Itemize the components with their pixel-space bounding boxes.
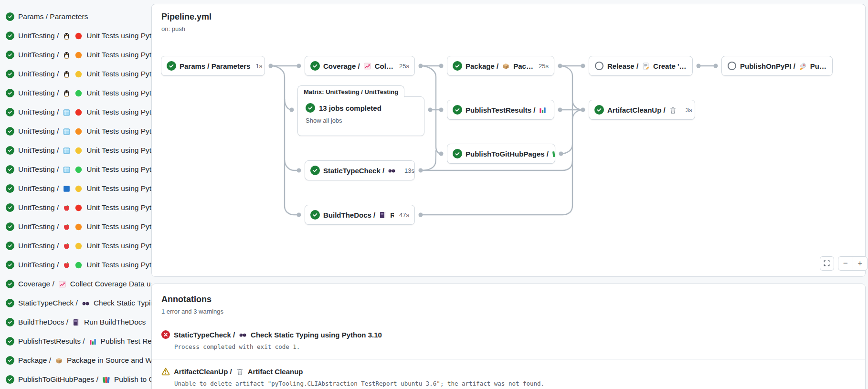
- sidebar-job-item[interactable]: UnitTesting /Unit Tests using Pyth...: [0, 103, 151, 122]
- step-name: Package in Source and Wh...: [67, 356, 151, 365]
- sidebar-job-item[interactable]: PublishTestResults /Publish Test Resu...: [0, 332, 151, 351]
- matrix-jobs-completed: 13 jobs completed: [319, 104, 381, 112]
- sidebar-job-item[interactable]: UnitTesting /Unit Tests using Pyth...: [0, 141, 151, 160]
- check-icon: [6, 375, 14, 384]
- graph-node-package[interactable]: Package /Package in So...25s: [447, 56, 554, 76]
- check-icon: [6, 356, 14, 365]
- annotations-panel: Annotations 1 error and 3 warnings Stati…: [151, 284, 866, 389]
- step-name: Unit Tests using Pyth...: [86, 89, 151, 97]
- matrix-tab[interactable]: Matrix: UnitTesting / UnitTesting: [297, 85, 404, 97]
- job-name: StaticTypeCheck /: [323, 167, 384, 175]
- step-name: Unit Tests using Pyth...: [86, 261, 151, 269]
- step-name: Collect Coverage Data usi...: [70, 280, 151, 288]
- job-name: ArtifactCleanUp /: [174, 368, 232, 376]
- job-name: Release /: [607, 62, 638, 70]
- job-name: Params / Parameters: [180, 62, 250, 70]
- sidebar-job-item[interactable]: Params / Parameters: [0, 7, 151, 26]
- dot-orange-icon: [74, 127, 83, 136]
- sidebar-job-item[interactable]: Package /Package in Source and Wh...: [0, 351, 151, 370]
- apple-icon: [63, 242, 71, 250]
- job-duration: 1s: [254, 63, 262, 70]
- books-icon: [552, 150, 555, 158]
- dot-yellow-icon: [74, 242, 83, 250]
- annotations-title: Annotations: [161, 294, 856, 305]
- job-name: UnitTesting /: [18, 146, 59, 155]
- step-name: Publish Test Resu...: [101, 337, 151, 346]
- package-icon: [502, 62, 510, 70]
- graph-node-coverage[interactable]: Coverage /Collect Cove...25s: [305, 56, 415, 76]
- graph-node-ptr[interactable]: PublishTestResults /Pu...17s: [447, 100, 554, 120]
- annotations-summary: 1 error and 3 warnings: [161, 308, 856, 315]
- notebook-icon: [72, 318, 80, 326]
- graph-node-params[interactable]: Params / Parameters1s: [161, 56, 265, 76]
- check-icon: [6, 318, 14, 326]
- sidebar-job-item[interactable]: UnitTesting /Unit Tests using Pyth...: [0, 45, 151, 64]
- fullscreen-button[interactable]: [820, 256, 834, 271]
- show-all-jobs-link[interactable]: Show all jobs: [306, 117, 416, 124]
- chart-up-icon: [363, 62, 371, 70]
- apple-icon: [63, 223, 71, 231]
- check-icon: [6, 146, 14, 155]
- dot-red-icon: [74, 108, 83, 116]
- job-name: UnitTesting /: [18, 222, 59, 231]
- notebook-icon: [379, 211, 387, 219]
- job-name: StaticTypeCheck /: [174, 331, 235, 339]
- alert-icon: [161, 367, 170, 376]
- windows-icon: [63, 185, 71, 193]
- trash-icon: [669, 106, 677, 114]
- job-name: Package /: [466, 62, 498, 70]
- sidebar-job-item[interactable]: UnitTesting /Unit Tests using Pyth...: [0, 198, 151, 217]
- job-name: UnitTesting /: [18, 51, 59, 59]
- step-name: Check Static Typing using Python 3.10: [251, 331, 382, 339]
- check-icon: [594, 105, 604, 115]
- check-icon: [6, 51, 14, 59]
- sidebar-job-item[interactable]: UnitTesting /Unit Tests using Pyth...: [0, 122, 151, 141]
- step-name: Run Buil...: [390, 211, 394, 219]
- sidebar-job-item[interactable]: UnitTesting /Unit Tests using Pyth...: [0, 179, 151, 198]
- ice-icon: [63, 147, 71, 155]
- job-name: BuildTheDocs /: [323, 211, 375, 219]
- zoom-in-button[interactable]: +: [853, 257, 868, 270]
- check-icon: [6, 261, 14, 269]
- sidebar-job-item[interactable]: UnitTesting /Unit Tests using Pyth...: [0, 84, 151, 103]
- sidebar-job-item[interactable]: UnitTesting /Unit Tests using Pyth...: [0, 26, 151, 45]
- check-icon: [6, 203, 14, 212]
- dot-green-icon: [74, 261, 83, 269]
- sidebar-job-item[interactable]: UnitTesting /Unit Tests using Pyth...: [0, 64, 151, 84]
- graph-node-acu[interactable]: ArtifactCleanUp /Artifac...3s: [589, 100, 695, 120]
- dot-yellow-icon: [74, 185, 83, 193]
- annotation-title-link[interactable]: StaticTypeCheck /Check Static Typing usi…: [161, 330, 856, 339]
- step-name: Collect Cove...: [375, 62, 394, 70]
- sidebar-job-item[interactable]: UnitTesting /Unit Tests using Pyth...: [0, 160, 151, 179]
- job-name: UnitTesting /: [18, 203, 59, 212]
- step-name: Check Static Typing...: [94, 299, 151, 307]
- graph-node-pghp[interactable]: PublishToGitHubPages /...13s: [447, 144, 555, 164]
- job-name: PublishOnPyPI /: [740, 62, 795, 70]
- sidebar-job-item[interactable]: UnitTesting /Unit Tests using Pyth...: [0, 236, 151, 255]
- job-duration: 3s: [684, 106, 692, 114]
- matrix-unittesting-box[interactable]: 13 jobs completed Show all jobs: [297, 96, 424, 136]
- sidebar-job-item[interactable]: Coverage /Collect Coverage Data usi...: [0, 274, 151, 294]
- annotation-title-link[interactable]: ArtifactCleanUp /Artifact Cleanup: [161, 367, 856, 376]
- sidebar-job-item[interactable]: StaticTypeCheck /Check Static Typing...: [0, 294, 151, 313]
- graph-node-stc[interactable]: StaticTypeCheck /Chec...13s: [305, 160, 415, 180]
- sidebar-job-item[interactable]: BuildTheDocs /Run BuildTheDocs: [0, 313, 151, 332]
- dot-green-icon: [74, 166, 83, 174]
- job-name: StaticTypeCheck /: [18, 299, 78, 307]
- graph-node-btd[interactable]: BuildTheDocs /Run Buil...47s: [305, 205, 415, 225]
- step-name: Publish to G...: [114, 375, 151, 384]
- sidebar-job-item[interactable]: PublishToGitHubPages /Publish to G...: [0, 370, 151, 389]
- linux-icon: [63, 51, 71, 59]
- graph-node-pypi[interactable]: PublishOnPyPI /Publish to ...: [721, 56, 833, 76]
- graph-node-release[interactable]: Release /Create 'Release P...: [589, 56, 693, 76]
- job-name: PublishTestResults /: [18, 337, 85, 346]
- sidebar-job-item[interactable]: UnitTesting /Unit Tests using Pyth...: [0, 255, 151, 274]
- job-name: Coverage /: [323, 62, 360, 70]
- linux-icon: [63, 70, 71, 78]
- check-icon: [6, 32, 14, 40]
- job-name: PublishTestResults /: [466, 106, 535, 114]
- zoom-out-button[interactable]: −: [838, 257, 853, 270]
- ice-icon: [63, 127, 71, 136]
- sidebar-job-item[interactable]: UnitTesting /Unit Tests using Pyth...: [0, 217, 151, 236]
- glasses-icon: [388, 167, 396, 175]
